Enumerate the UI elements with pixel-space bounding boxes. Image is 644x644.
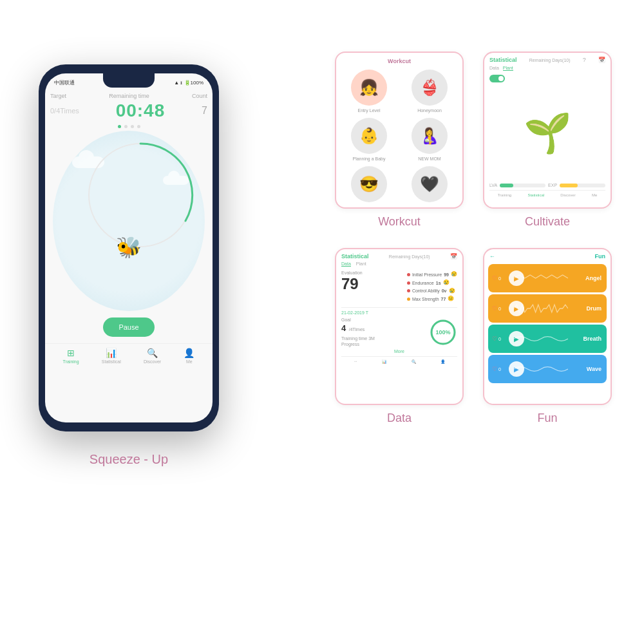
data-nav-statistical[interactable]: 📊: [382, 359, 386, 364]
game-area: 🐝: [53, 131, 205, 311]
fun-row-breath: ♡ 0 ▶ Breath: [488, 325, 607, 353]
exp-bar: [560, 184, 605, 187]
cultivate-card: Statistical Remaining Days(10) ? 📅 Data …: [483, 52, 612, 209]
nav-statistical-label: Statistical: [102, 359, 121, 364]
avatar-planning-baby[interactable]: 👶: [351, 118, 387, 154]
data-tab-data[interactable]: Data: [341, 261, 351, 267]
goal-unit: /4Times: [349, 327, 365, 332]
data-nav-me[interactable]: 👤: [440, 359, 445, 364]
more-link[interactable]: More: [341, 349, 457, 354]
data-calendar-icon[interactable]: 📅: [450, 253, 457, 260]
dot-red-2: [407, 281, 410, 285]
entry-level-label: Entry Level: [357, 108, 380, 113]
avatar-heart[interactable]: 🖤: [412, 166, 448, 202]
heart-drum-icon[interactable]: ♡: [492, 305, 497, 312]
plant-toggle[interactable]: [489, 75, 505, 82]
cultivate-nav-discover[interactable]: Discover: [560, 193, 575, 197]
wave-wave: [514, 364, 568, 375]
cultivate-bottom-nav: Training Statistical Discover Me: [489, 190, 605, 198]
eval-value: 79: [341, 275, 363, 293]
progress-dots: [45, 125, 213, 128]
data-tabs: Data Plant: [341, 261, 457, 267]
heart-wave-icon[interactable]: ♡: [492, 366, 497, 372]
fun-like-drum: ♡ 0: [488, 305, 505, 312]
nav-discover[interactable]: 🔍 Discover: [144, 348, 161, 364]
avatar-new-mom[interactable]: 🤱: [412, 118, 448, 154]
fun-back-icon[interactable]: ←: [489, 253, 495, 260]
fun-drum-likes: 0: [498, 307, 501, 311]
cultivate-nav-me[interactable]: Me: [592, 193, 597, 197]
nav-training[interactable]: ⊞ Training: [63, 348, 79, 364]
fun-label: Fun: [537, 412, 557, 425]
bee-character: 🐝: [116, 235, 142, 260]
calendar-icon[interactable]: 📅: [598, 57, 605, 63]
eval-label: Evaluation: [341, 270, 363, 275]
cultivate-tabs: Data Plant: [489, 66, 605, 71]
remaining-label: Remaining time: [109, 93, 149, 99]
data-nav-discover[interactable]: 🔍: [412, 359, 416, 364]
dot-red-3: [407, 289, 410, 292]
fun-breath-likes: 0: [498, 337, 501, 341]
statistical-icon: 📊: [106, 348, 117, 358]
dot-1: [118, 125, 121, 128]
fun-card-inner: ← Fun ♡ 0 ▶ Angel: [484, 249, 611, 404]
fun-row-wave: ♡ 0 ▶ Wave: [488, 355, 607, 383]
toggle-row: [489, 75, 605, 82]
plant-image: 🌱: [524, 110, 572, 156]
count-value: 7: [202, 105, 207, 117]
avatar-entry-level[interactable]: 👧: [351, 70, 387, 106]
heart-angel-icon[interactable]: ♡: [492, 275, 497, 281]
progress-label: Progress: [341, 342, 375, 346]
target-value: 0/4Times: [50, 107, 79, 115]
tab-plant[interactable]: Plant: [503, 66, 513, 71]
workout-avatar-girl: 👧 Entry Level: [341, 70, 397, 113]
heart-breath-icon[interactable]: ♡: [492, 336, 497, 342]
fun-row-drum: ♡ 0 ▶ Drum: [488, 294, 607, 323]
nav-statistical[interactable]: 📊 Statistical: [102, 348, 121, 364]
fun-header: ← Fun: [484, 249, 611, 262]
plant-area: 🌱: [489, 88, 605, 178]
data-card-inner: Statistical Remaining Days(10) 📅 Data Pl…: [336, 249, 462, 404]
cultivate-nav-training[interactable]: Training: [498, 193, 511, 197]
exp-label: EXP: [548, 183, 557, 187]
stat-end-val: 1s: [436, 279, 441, 287]
data-tab-plant[interactable]: Plant: [356, 261, 366, 267]
fun-like-wave: ♡ 0: [488, 366, 505, 372]
data-nav-training[interactable]: ↔: [354, 359, 357, 364]
drum-wave: [514, 303, 568, 314]
avatar-cool[interactable]: 😎: [351, 166, 387, 202]
fun-card-title: Fun: [595, 253, 606, 260]
tab-data[interactable]: Data: [489, 66, 499, 71]
training-row: Training time 3M: [341, 336, 375, 341]
workout-avatar-baby: 👶 Planning a Baby: [341, 118, 397, 161]
target-label: Target: [50, 93, 66, 99]
cultivate-card-title: Statistical: [489, 57, 517, 63]
fun-wave-likes: 0: [498, 367, 501, 372]
stat-strength: Max Strength 77 😐: [407, 295, 457, 303]
cultivate-subtitle: Remaining Days(10): [529, 58, 571, 62]
nav-me[interactable]: 👤 Me: [184, 348, 194, 364]
stat-end-label: Endurance: [412, 279, 434, 287]
phone-notch: [103, 73, 155, 88]
stats-list: Initial Pressure 99 😢 Endurance 1s 😢: [407, 270, 457, 303]
dot-red-1: [407, 273, 410, 276]
stat-str-label: Max Strength: [412, 296, 439, 303]
lva-bar-fill: [500, 184, 513, 187]
dot-3: [131, 125, 134, 128]
count-label: Count: [192, 93, 207, 99]
workout-avatar-honeymoon: 👙 Honeymoon: [402, 70, 457, 113]
progress-circle: 100%: [429, 318, 457, 346]
dot-4: [137, 125, 140, 128]
avatar-honeymoon[interactable]: 👙: [412, 70, 448, 106]
cultivate-card-inner: Statistical Remaining Days(10) ? 📅 Data …: [484, 53, 611, 207]
data-bottom-nav: ↔ 📊 🔍 👤: [341, 356, 457, 365]
stat-ctrl-icon: 😢: [449, 287, 455, 296]
pause-button[interactable]: Pause: [103, 317, 155, 337]
exp-bar-fill: [560, 184, 578, 187]
cultivate-nav-statistical[interactable]: Statistical: [527, 193, 544, 197]
help-icon[interactable]: ?: [583, 57, 586, 63]
numbers-row: 0/4Times 00:48 7: [45, 100, 213, 124]
workout-avatar-heart: 🖤: [402, 166, 457, 205]
data-subtitle: Remaining Days(10): [389, 254, 430, 259]
goal-value: 4: [341, 323, 346, 333]
